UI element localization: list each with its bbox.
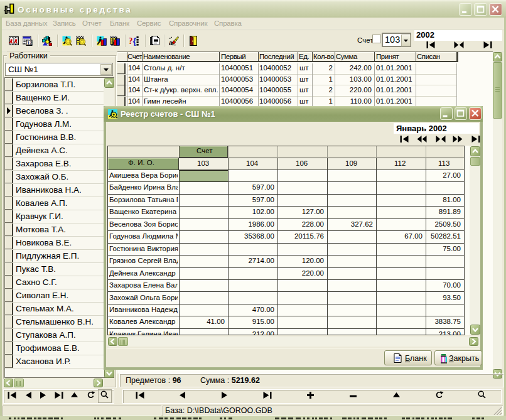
svg-text:a: a bbox=[169, 40, 173, 46]
svg-text:{: { bbox=[133, 36, 137, 46]
svg-text:12: 12 bbox=[27, 40, 32, 46]
